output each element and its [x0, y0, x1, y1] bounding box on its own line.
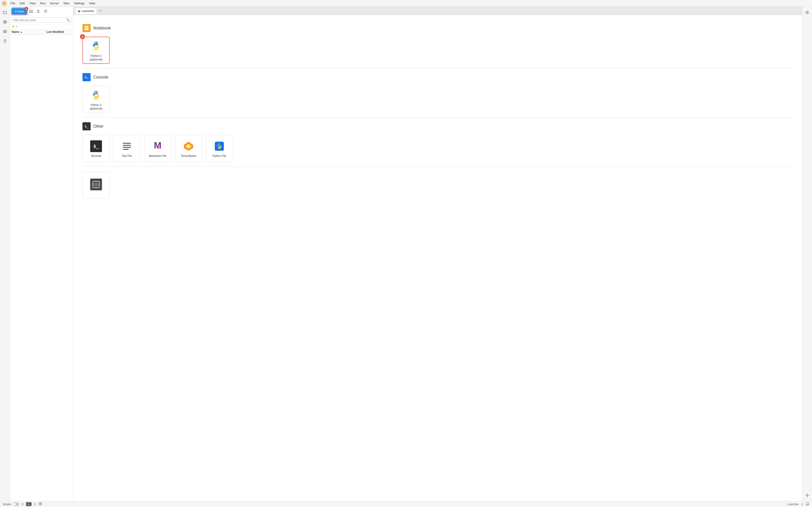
search-input[interactable]: [13, 18, 66, 22]
tensorboard-card-icon: [182, 140, 195, 153]
python-file-card[interactable]: Python File: [206, 135, 233, 162]
upload-button[interactable]: [35, 8, 42, 14]
python-file-card-label: Python File: [212, 154, 226, 158]
center-panel: ⬕ Launcher + Notebook 2: [73, 7, 802, 501]
sidebar-item-commands[interactable]: [1, 27, 9, 35]
tab-icon-launcher: ⬕: [78, 9, 81, 12]
resource-icon: [39, 502, 42, 506]
svg-rect-6: [3, 33, 7, 33]
path-bar: 📁 /: [10, 24, 73, 30]
show-editor-icon: [90, 178, 102, 191]
tab-label-launcher: Launcher: [82, 9, 94, 13]
menu-bar: J File Edit View Run Kernel Tabs Setting…: [0, 0, 812, 7]
settings-bottom-button[interactable]: [803, 492, 811, 499]
name-column-header[interactable]: Name ▲: [12, 30, 46, 34]
menu-edit[interactable]: Edit: [18, 1, 27, 5]
console-section-icon: [83, 73, 91, 81]
right-icon-bar: [802, 7, 812, 501]
settings-top-button[interactable]: [803, 9, 811, 16]
app-logo: J: [2, 1, 7, 6]
mode-toggle[interactable]: [12, 502, 19, 506]
svg-rect-4: [3, 30, 7, 31]
toggle-knob: [13, 503, 16, 506]
markdown-file-card-icon: M: [151, 140, 164, 153]
markdown-file-card-label: Markdown File: [149, 154, 166, 158]
other-cards: $_ Terminal Text File: [83, 135, 793, 162]
sidebar-item-running[interactable]: [1, 18, 9, 26]
menu-view[interactable]: View: [28, 1, 37, 5]
menu-tabs[interactable]: Tabs: [61, 1, 71, 5]
terminal-badge: [26, 502, 32, 506]
console-cards: Python 3(ipykernel): [83, 86, 793, 113]
svg-text:M: M: [154, 140, 161, 150]
text-file-card-icon: [120, 140, 133, 153]
menu-run[interactable]: Run: [38, 1, 47, 5]
python-file-card-icon: [213, 140, 226, 153]
main-layout: + New 1: [0, 7, 812, 501]
active-tab-label: Launcher: [787, 503, 799, 506]
file-list: [10, 35, 73, 501]
svg-text:J: J: [4, 2, 5, 5]
terminal-card-label: Terminal: [91, 154, 101, 158]
menu-file[interactable]: File: [9, 1, 17, 5]
svg-rect-16: [215, 142, 224, 151]
mode-label: Simple: [3, 503, 11, 506]
notebook-section-header: Notebook: [83, 24, 793, 32]
menu-settings[interactable]: Settings: [72, 1, 86, 5]
plus-icon: +: [15, 9, 17, 13]
sidebar-item-extensions[interactable]: [1, 37, 9, 45]
python3-notebook-wrapper: 2: [83, 37, 110, 64]
file-table-header: Name ▲ Last Modified: [10, 30, 73, 35]
terminal-card[interactable]: $_ Terminal: [83, 135, 110, 162]
terminal-count: 0: [34, 503, 36, 506]
modified-column-header[interactable]: Last Modified: [46, 30, 71, 34]
tab-bar: ⬕ Launcher +: [73, 7, 802, 15]
sidebar-item-files[interactable]: [1, 9, 9, 16]
notification-count: 1: [801, 503, 803, 506]
sidebar-toolbar: + New 1: [10, 7, 73, 16]
python3-notebook-icon: [90, 40, 102, 53]
refresh-button[interactable]: [42, 8, 49, 14]
step-badge-2: 2: [80, 34, 85, 39]
sidebar: + New 1: [10, 7, 73, 501]
other-section-header: $_ Other: [83, 122, 793, 130]
markdown-file-card[interactable]: M Markdown File: [144, 135, 171, 162]
text-file-card[interactable]: Text File: [113, 135, 141, 162]
python3-notebook-card[interactable]: Python 3(ipykernel): [83, 37, 110, 64]
python3-console-icon: [90, 89, 102, 102]
console-section-title: Console: [93, 75, 108, 80]
new-launcher-button[interactable]: + New 1: [12, 8, 27, 14]
notebook-section-title: Notebook: [93, 26, 111, 31]
notebook-divider: [83, 68, 793, 69]
menu-help[interactable]: Help: [87, 1, 97, 5]
console-divider: [83, 117, 793, 118]
left-icon-bar: [0, 7, 10, 501]
svg-point-3: [4, 21, 6, 23]
new-folder-button[interactable]: [28, 8, 34, 14]
kernel-count: 0: [22, 503, 23, 506]
status-bar: Simple 0 0 Launcher 1: [0, 501, 812, 507]
python3-console-card[interactable]: Python 3(ipykernel): [83, 86, 110, 113]
tensorboard-card-label: TensorBoard: [181, 154, 196, 158]
tab-launcher[interactable]: ⬕ Launcher: [75, 8, 97, 14]
tensorboard-card[interactable]: TensorBoard: [175, 135, 202, 162]
python3-console-label: Python 3(ipykernel): [90, 103, 102, 110]
new-tab-button[interactable]: +: [97, 8, 103, 13]
show-editor-card[interactable]: [83, 171, 110, 199]
launcher-content: Notebook 2: [73, 15, 802, 501]
extra-cards: [83, 171, 793, 199]
folder-icon: 📁: [12, 25, 15, 28]
other-section-title: Other: [93, 124, 104, 129]
search-input-wrap: 🔍: [12, 17, 71, 23]
menu-kernel[interactable]: Kernel: [48, 1, 60, 5]
python3-notebook-label: Python 3(ipykernel): [90, 54, 102, 61]
notebook-section-icon: [83, 24, 91, 32]
search-icon: 🔍: [66, 18, 70, 22]
status-right: Launcher 1: [787, 502, 809, 506]
text-file-card-label: Text File: [122, 154, 132, 158]
other-section-icon: $_: [83, 122, 91, 130]
mode-toggle-wrap: Simple: [3, 502, 19, 506]
bell-icon[interactable]: [806, 502, 809, 506]
current-path: /: [16, 25, 17, 28]
new-label: New: [18, 10, 24, 13]
